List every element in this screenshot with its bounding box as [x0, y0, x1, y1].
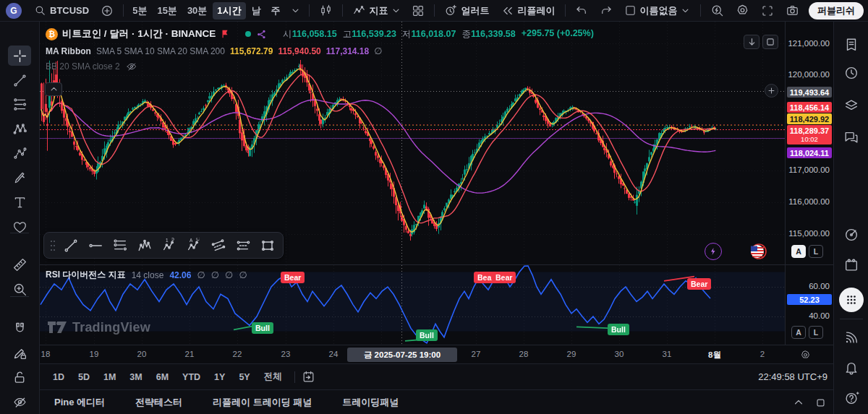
indicators-button[interactable]: 지표: [347, 2, 405, 20]
redo-button[interactable]: [595, 2, 618, 20]
compare-add-button[interactable]: [95, 2, 119, 20]
range-ytd[interactable]: YTD: [176, 370, 206, 384]
alerts-clock-button[interactable]: [841, 63, 861, 83]
expand-panel-chevron-button[interactable]: [790, 396, 807, 409]
ma-ribbon-legend-row[interactable]: MA Ribbon SMA 5 SMA 10 SMA 20 SMA 200 11…: [46, 46, 594, 56]
object-tree-button[interactable]: [841, 95, 861, 116]
horizontal-ray-quick-button[interactable]: [85, 235, 106, 256]
instant-trade-lightning-button[interactable]: [705, 243, 722, 260]
wave-15-quick-button[interactable]: 15: [158, 235, 180, 256]
range-6m[interactable]: 6M: [150, 370, 174, 384]
rsi-legend-row[interactable]: RSI 다이버전스 지표 14 close 42.06 ∅ ∅ ∅ ∅: [46, 269, 247, 281]
alert-price-badge-purple[interactable]: 118,024.11: [787, 147, 832, 158]
usd-flag-coin-icon[interactable]: [749, 243, 767, 260]
text-tool-button[interactable]: [8, 192, 31, 212]
timezone-clock[interactable]: 22:49:58 UTC+9: [758, 371, 827, 382]
streams-button[interactable]: [841, 327, 861, 348]
settings-button[interactable]: [731, 2, 754, 20]
measure-tool-button[interactable]: [8, 254, 31, 275]
alert-button[interactable]: 얼러트: [439, 2, 495, 20]
user-avatar[interactable]: G: [6, 3, 22, 19]
drag-handle[interactable]: [48, 235, 57, 256]
bear-divergence-badge[interactable]: Bear: [492, 272, 516, 283]
interval-30m[interactable]: 30분: [183, 2, 211, 20]
replay-trading-panel-tab[interactable]: 리플레이 트레이딩 패널: [213, 396, 312, 409]
trend-line-quick-button[interactable]: [60, 235, 82, 256]
interval-5m[interactable]: 5분: [128, 2, 151, 20]
maximize-pane-button[interactable]: [762, 35, 778, 49]
screener-target-button[interactable]: [841, 225, 861, 245]
quick-search-button[interactable]: [705, 2, 729, 20]
forecast-tool-button[interactable]: [8, 143, 31, 163]
scale-settings-gear-icon[interactable]: [796, 348, 814, 362]
range-3m[interactable]: 3M: [124, 370, 148, 384]
time-axis[interactable]: 18 19 20 21 22 23 24 27 28 29 30 31 8월 2…: [40, 345, 833, 363]
undo-button[interactable]: [570, 2, 593, 20]
magnet-tool-button[interactable]: [8, 318, 31, 338]
range-1d[interactable]: 1D: [47, 370, 70, 384]
range-1m[interactable]: 1M: [98, 370, 122, 384]
trading-panel-tab[interactable]: 트레이딩패널: [342, 396, 399, 409]
strategy-tester-tab[interactable]: 전략테스터: [135, 396, 182, 409]
range-5d[interactable]: 5D: [72, 370, 95, 384]
apps-grid-button[interactable]: [839, 288, 864, 312]
parallel-channel-quick-button[interactable]: [208, 235, 229, 256]
fib-retracement-tool-button[interactable]: [8, 94, 31, 114]
chart-style-button[interactable]: [314, 2, 338, 20]
wave-abc-quick-button[interactable]: AC: [183, 235, 205, 256]
snapshot-button[interactable]: [780, 2, 804, 20]
interval-1w[interactable]: 주: [267, 2, 285, 20]
price-pane[interactable]: ₿ 비트코인 / 달러 · 1시간 · BINANCE 시116,058.15 …: [40, 22, 785, 264]
eye-slash-icon[interactable]: [126, 61, 137, 72]
interval-1h[interactable]: 1시간: [213, 2, 245, 20]
pattern-tool-button[interactable]: [8, 118, 31, 139]
replay-button[interactable]: 리플레이: [496, 2, 561, 20]
auto-scale-button[interactable]: A: [791, 245, 806, 258]
legend-collapse-button[interactable]: [45, 82, 62, 96]
scroll-to-recent-button[interactable]: [744, 35, 760, 49]
flat-channel-quick-button[interactable]: [232, 235, 254, 256]
range-1y[interactable]: 1Y: [208, 370, 231, 384]
pine-editor-tab[interactable]: Pine 에디터: [54, 396, 105, 409]
alert-price-badge-yellow[interactable]: 118,429.92: [787, 113, 832, 124]
bb-legend-row[interactable]: BB 20 SMA close 2: [46, 61, 594, 72]
go-to-date-button[interactable]: [302, 370, 315, 384]
crosshair-tool-button[interactable]: [8, 46, 31, 66]
bull-divergence-badge[interactable]: Bull: [252, 322, 273, 334]
rsi-log-scale-button[interactable]: L: [809, 326, 823, 339]
layout-grid-button[interactable]: [407, 2, 430, 20]
range-all[interactable]: 전체: [258, 368, 288, 385]
price-scale[interactable]: 121,000.00 120,000.00 119,493.64 118,456…: [785, 22, 833, 345]
add-alert-plus-button[interactable]: [765, 84, 778, 98]
interval-15m[interactable]: 15분: [153, 2, 181, 20]
help-button[interactable]: [841, 388, 861, 408]
bull-divergence-badge[interactable]: Bull: [416, 329, 438, 341]
alert-price-badge-red[interactable]: 118,456.14: [787, 102, 832, 113]
emoji-tool-button[interactable]: [8, 217, 31, 237]
chat-button[interactable]: [841, 127, 861, 147]
fullscreen-button[interactable]: [756, 2, 779, 20]
last-price-badge[interactable]: 118,289.37 10:02: [787, 125, 832, 145]
bear-divergence-badge[interactable]: Bear: [687, 278, 711, 290]
maximize-panel-button[interactable]: [812, 396, 829, 409]
watchlist-button[interactable]: [841, 35, 861, 55]
rsi-auto-scale-button[interactable]: A: [791, 326, 806, 339]
layout-save-button[interactable]: 이름없음: [619, 2, 694, 20]
trend-line-tool-button[interactable]: [8, 70, 31, 90]
fib-quick-button[interactable]: [109, 235, 131, 256]
elliott-wave-quick-button[interactable]: [134, 235, 156, 256]
calendar-button[interactable]: [841, 255, 861, 275]
drawing-lock-tool-button[interactable]: [8, 342, 31, 363]
notifications-bell-button[interactable]: [841, 358, 861, 378]
interval-1d[interactable]: 날: [247, 2, 265, 20]
interval-menu-button[interactable]: [286, 2, 305, 20]
rectangle-quick-button[interactable]: [257, 235, 278, 256]
symbol-legend-row[interactable]: ₿ 비트코인 / 달러 · 1시간 · BINANCE 시116,058.15 …: [46, 27, 594, 40]
share-icon[interactable]: [256, 29, 267, 40]
brush-tool-button[interactable]: [8, 168, 31, 188]
range-5y[interactable]: 5Y: [233, 370, 255, 384]
publish-button[interactable]: 퍼블리쉬: [809, 2, 864, 20]
hide-drawings-tool-button[interactable]: [8, 392, 31, 412]
bull-divergence-badge[interactable]: Bull: [608, 324, 629, 335]
rsi-pane[interactable]: RSI 다이버전스 지표 14 close 42.06 ∅ ∅ ∅ ∅ Trad…: [40, 264, 785, 345]
